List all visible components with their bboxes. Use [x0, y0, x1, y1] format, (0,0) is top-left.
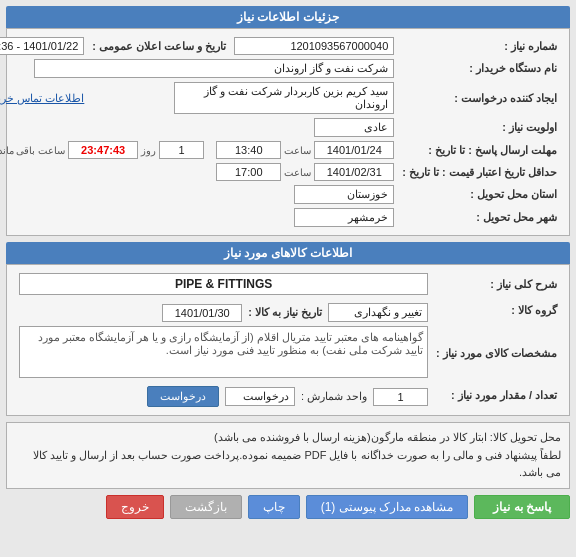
ostan-value: خوزستان	[294, 185, 394, 204]
shoresh-value: PIPE & FITTINGS	[19, 273, 428, 295]
vahed-label: واحد شمارش :	[301, 390, 367, 403]
roz-label: روز	[141, 145, 156, 156]
description-card: محل تحویل کالا: ابتار کالا در منطقه مارگ…	[6, 422, 570, 489]
jadval-time: 17:00	[216, 163, 281, 181]
khoroj-button[interactable]: خروج	[106, 495, 164, 519]
moshakhasat-text[interactable]	[19, 326, 428, 378]
shomara-label: شماره نیاز :	[398, 35, 561, 57]
ijad-value: سید کریم بزین کاربردار شرکت نفت و گاز ار…	[174, 82, 394, 114]
mohlat-time: 13:40	[216, 141, 281, 159]
tarikh-label: تاریخ و ساعت اعلان عمومی :	[88, 35, 230, 57]
ijad-link[interactable]: اطلاعات تماس خریدار	[0, 92, 84, 104]
moshakhasat-label: مشخصات کالای مورد نیاز :	[432, 324, 561, 382]
saat-baki-label: ساعت باقی مانده	[0, 145, 65, 156]
tarikh-value: 1401/01/22 - 13:36	[0, 37, 84, 55]
roz-value: 1	[159, 141, 204, 159]
shoresh-label: شرح کلی نیاز :	[432, 271, 561, 297]
countdown-value: 23:47:43	[68, 141, 138, 159]
yasekh-button[interactable]: پاسخ به نیاز	[474, 495, 570, 519]
ostan-label: استان محل تحویل :	[398, 183, 561, 206]
shahr-value: خرمشهر	[294, 208, 394, 227]
mohlat-date: 1401/01/24	[314, 141, 394, 159]
bazgasht-button[interactable]: بازگشت	[170, 495, 242, 519]
aoliat-value: عادی	[314, 118, 394, 137]
desc-text2: لطفاً پیشنهاد فنی و مالی را به صورت خداگ…	[15, 447, 561, 482]
shomara-value: 1201093567000040	[234, 37, 394, 55]
nam-value: شرکت نفت و گاز اروندان	[34, 59, 394, 78]
saat-static-label: ساعت	[284, 145, 311, 156]
shahr-label: شهر محل تحویل :	[398, 206, 561, 229]
tarikh-ngh-date-label: تاریخ نیاز به کالا :	[248, 306, 322, 319]
jadval-label: حداقل تاریخ اعتبار قیمت : تا تاریخ :	[398, 161, 561, 183]
vahed-value: درخواست	[225, 387, 295, 406]
jadval-date: 1401/02/31	[314, 163, 394, 181]
tedad-label: تعداد / مقدار مورد نیاز :	[432, 382, 561, 409]
tarikh-ngh-date: 1401/01/30	[162, 304, 242, 322]
section1-header: جزئیات اطلاعات نیاز	[6, 6, 570, 28]
section2-header: اطلاعات کالاهای مورد نیاز	[6, 242, 570, 264]
desc-text1: محل تحویل کالا: ابتار کالا در منطقه مارگ…	[15, 429, 561, 447]
ijad-label: ایجاد کننده درخواست :	[398, 80, 561, 116]
print-button[interactable]: چاپ	[248, 495, 300, 519]
moshahede-button[interactable]: مشاهده مدارک پیوستی (1)	[306, 495, 469, 519]
tarikh-ngh-value: تغییر و نگهداری	[328, 303, 428, 322]
tedad-value: 1	[373, 388, 428, 406]
mohlat-label: مهلت ارسال پاسخ : تا تاریخ :	[398, 139, 561, 161]
nam-label: نام دستگاه خریدار :	[398, 57, 561, 80]
saat-static-label2: ساعت	[284, 167, 311, 178]
request-button[interactable]: درخواست	[147, 386, 219, 407]
aoliat-label: اولویت نیاز :	[398, 116, 561, 139]
group-label: گروه کالا :	[432, 297, 561, 324]
